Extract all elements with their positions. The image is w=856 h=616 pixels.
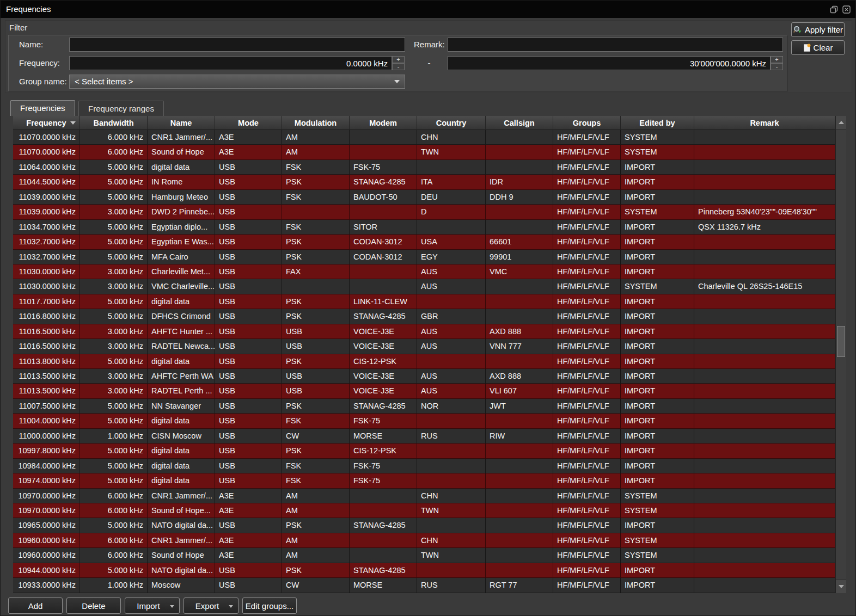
cell-modulation: FSK xyxy=(282,190,350,205)
cell-edited-by: IMPORT xyxy=(621,518,694,533)
table-row[interactable]: 11007.5000 kHz5.000 kHzNN StavangerUSBPS… xyxy=(13,399,835,414)
cell-edited-by: IMPORT xyxy=(621,563,694,578)
vertical-scrollbar[interactable] xyxy=(835,116,846,593)
table-row[interactable]: 11016.8000 kHz5.000 kHzDFHCS CrimondUSBP… xyxy=(13,309,835,324)
frequency-from-input[interactable] xyxy=(69,56,392,70)
cell-bandwidth: 5.000 kHz xyxy=(80,443,148,458)
scroll-down-button[interactable] xyxy=(836,580,846,593)
cell-modem: CODAN-3012 xyxy=(350,250,417,264)
scrollbar-thumb[interactable] xyxy=(837,326,845,357)
table-row[interactable]: 11039.0000 kHz3.000 kHzDWD 2 Pinnebe...U… xyxy=(13,205,835,219)
cell-modulation: USB xyxy=(282,384,350,398)
column-header-label: Groups xyxy=(573,119,601,127)
cell-groups: HF/MF/LF/VLF xyxy=(553,533,621,548)
clear-filter-button[interactable]: Clear xyxy=(791,40,845,55)
step-up-button[interactable]: + xyxy=(771,56,783,63)
add-button[interactable]: Add xyxy=(8,597,63,614)
cell-mode: USB xyxy=(215,279,282,294)
column-header-callsign[interactable]: Callsign xyxy=(486,116,553,130)
cell-bandwidth: 3.000 kHz xyxy=(80,279,148,294)
cell-mode: USB xyxy=(215,235,282,249)
chevron-down-icon xyxy=(170,605,174,608)
table-row[interactable]: 11004.0000 kHz5.000 kHzdigital dataUSBFS… xyxy=(13,414,835,428)
table-row[interactable]: 11032.7000 kHz5.000 kHzMFA CairoUSBPSKCO… xyxy=(13,250,835,264)
cell-callsign: DDH 9 xyxy=(486,190,553,205)
restore-window-icon[interactable] xyxy=(829,5,839,14)
table-row[interactable]: 11016.5000 kHz3.000 kHzRADTEL Newca...US… xyxy=(13,339,835,354)
frequency-to-input[interactable] xyxy=(448,56,771,70)
table-row[interactable]: 10984.0000 kHz5.000 kHzdigital dataUSBFS… xyxy=(13,459,835,473)
column-header-groups[interactable]: Groups xyxy=(553,116,621,130)
cell-groups: HF/MF/LF/VLF xyxy=(553,459,621,473)
step-up-button[interactable]: + xyxy=(392,56,405,63)
table-row[interactable]: 11013.5000 kHz3.000 kHzAHFTC Perth WAUSB… xyxy=(13,369,835,384)
table-row[interactable]: 10944.0000 kHz5.000 kHzNATO digital da..… xyxy=(13,563,835,578)
tab-frequency-ranges[interactable]: Frequency ranges xyxy=(78,101,164,116)
table-row[interactable]: 10970.0000 kHz6.000 kHzSound of Hope...A… xyxy=(13,503,835,518)
cell-edited-by: SYSTEM xyxy=(621,145,694,159)
close-window-icon[interactable] xyxy=(842,5,851,14)
column-header-frequency[interactable]: Frequency xyxy=(13,116,80,130)
table-row[interactable]: 11039.0000 kHz5.000 kHzHamburg MeteoUSBF… xyxy=(13,190,835,205)
table-row[interactable]: 11034.7000 kHz5.000 kHzEgyptian diplo...… xyxy=(13,220,835,235)
cell-callsign xyxy=(486,443,553,458)
column-header-remark[interactable]: Remark xyxy=(694,116,835,130)
table-row[interactable]: 11017.7000 kHz5.000 kHzdigital dataUSBPS… xyxy=(13,294,835,309)
cell-edited-by: IMPORT xyxy=(621,354,694,369)
table-row[interactable]: 10997.8000 kHz5.000 kHzdigital dataUSBPS… xyxy=(13,443,835,458)
table-row[interactable]: 10960.0000 kHz6.000 kHzCNR1 Jammer/...A3… xyxy=(13,533,835,548)
column-header-modem[interactable]: Modem xyxy=(350,116,417,130)
export-label: Export xyxy=(195,601,219,611)
cell-country: TWN xyxy=(417,548,486,563)
table-row[interactable]: 11070.0000 kHz6.000 kHzCNR1 Jammer/...A3… xyxy=(13,130,835,145)
table-row[interactable]: 11032.7000 kHz5.000 kHzEgyptian E Was...… xyxy=(13,235,835,249)
cell-name: VMC Charleville... xyxy=(148,279,215,294)
cell-modem: VOICE-J3E xyxy=(350,384,417,398)
name-filter-input[interactable] xyxy=(69,38,405,52)
column-header-edited-by[interactable]: Edited by xyxy=(621,116,694,130)
cell-frequency: 10970.0000 kHz xyxy=(13,489,80,503)
tab-frequencies[interactable]: Frequencies xyxy=(10,100,75,116)
remark-filter-input[interactable] xyxy=(448,38,783,52)
step-down-button[interactable]: - xyxy=(771,63,783,70)
table-row[interactable]: 10965.0000 kHz5.000 kHzNATO digital da..… xyxy=(13,518,835,533)
group-name-select[interactable]: < Select items > xyxy=(69,75,405,89)
cell-groups: HF/MF/LF/VLF xyxy=(553,160,621,175)
import-button[interactable]: Import xyxy=(125,597,180,614)
cell-modulation: PSK xyxy=(282,399,350,414)
delete-button[interactable]: Delete xyxy=(66,597,121,614)
table-row[interactable]: 11000.0000 kHz1.000 kHzCISN MoscowUSBCWM… xyxy=(13,429,835,443)
cell-bandwidth: 3.000 kHz xyxy=(80,205,148,219)
apply-filter-button[interactable]: Apply filter xyxy=(791,22,845,37)
window-title: Frequencies xyxy=(6,4,51,14)
step-down-button[interactable]: - xyxy=(392,63,405,70)
table-row[interactable]: 11030.0000 kHz3.000 kHzCharleville Met..… xyxy=(13,264,835,279)
table-row[interactable]: 11044.5000 kHz5.000 kHzIN RomeUSBPSKSTAN… xyxy=(13,175,835,189)
cell-mode: USB xyxy=(215,429,282,443)
table-row[interactable]: 10933.0000 kHz1.000 kHzMoscowUSBCWMORSER… xyxy=(13,578,835,593)
table-row[interactable]: 11013.5000 kHz3.000 kHzRADTEL Perth ...U… xyxy=(13,384,835,398)
edit-groups-button[interactable]: Edit groups... xyxy=(242,597,297,614)
export-button[interactable]: Export xyxy=(184,597,239,614)
column-header-country[interactable]: Country xyxy=(417,116,486,130)
scroll-up-button[interactable] xyxy=(836,116,846,130)
table-row[interactable]: 11016.5000 kHz3.000 kHzAHFTC Hunter ...U… xyxy=(13,324,835,339)
cell-modem xyxy=(350,130,417,145)
table-row[interactable]: 11064.0000 kHz5.000 kHzdigital dataUSBFS… xyxy=(13,160,835,175)
column-header-mode[interactable]: Mode xyxy=(215,116,282,130)
table-row[interactable]: 10970.0000 kHz6.000 kHzCNR1 Jammer/...A3… xyxy=(13,489,835,503)
column-header-modulation[interactable]: Modulation xyxy=(282,116,350,130)
table-row[interactable]: 10974.0000 kHz5.000 kHzdigital dataUSBFS… xyxy=(13,473,835,488)
column-header-label: Mode xyxy=(238,119,259,127)
table-row[interactable]: 11013.8000 kHz5.000 kHzdigital dataUSBPS… xyxy=(13,354,835,369)
column-header-bandwidth[interactable]: Bandwidth xyxy=(80,116,148,130)
cell-edited-by: IMPORT xyxy=(621,175,694,189)
cell-callsign xyxy=(486,145,553,159)
cell-edited-by: IMPORT xyxy=(621,369,694,384)
table-row[interactable]: 11070.0000 kHz6.000 kHzSound of HopeA3EA… xyxy=(13,145,835,159)
cell-remark xyxy=(694,130,835,145)
range-separator: - xyxy=(426,56,432,70)
table-row[interactable]: 10960.0000 kHz6.000 kHzSound of HopeA3EA… xyxy=(13,548,835,563)
column-header-name[interactable]: Name xyxy=(148,116,215,130)
table-row[interactable]: 11030.0000 kHz3.000 kHzVMC Charleville..… xyxy=(13,279,835,294)
